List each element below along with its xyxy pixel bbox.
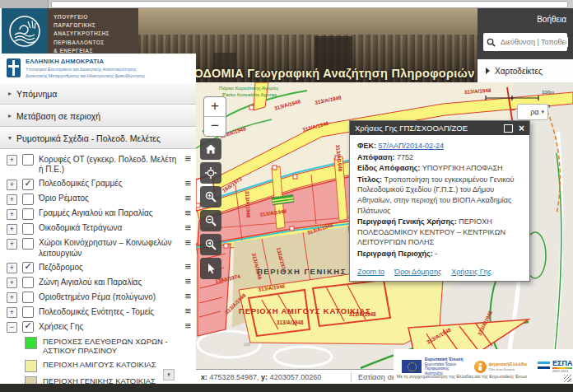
search-input[interactable] <box>499 37 568 47</box>
ministry-name: ΥΠΟΥΡΓΕΙΟ ΠΑΡΑΓΩΓΙΚΗΣ ΑΝΑΣΥΓΚΡΟΤΗΣΗΣ ΠΕΡ… <box>47 8 138 54</box>
zoom-control: + − <box>203 96 226 137</box>
expand-plus-icon[interactable] <box>7 307 17 318</box>
legend-swatch <box>25 337 37 349</box>
bottom-window-strip <box>0 384 573 392</box>
legend-label: ΠΕΡΙΟΧΕΣ ΕΛΕΥΘΕΡΩΝ ΧΩΡΩΝ - ΑΣΤΙΚΟΥ ΠΡΑΣΙ… <box>43 337 191 357</box>
layer-menu-icon[interactable] <box>179 194 191 203</box>
basemap-dropdown[interactable]: ρα <box>517 104 548 120</box>
layer-menu-icon[interactable] <box>179 306 191 316</box>
layer-checkbox[interactable] <box>22 238 34 250</box>
layer-menu-icon[interactable] <box>179 154 191 164</box>
building-terms-link[interactable]: Όροι Δόμησης <box>394 267 441 278</box>
expand-plus-icon[interactable] <box>7 263 17 273</box>
popup-close-icon[interactable] <box>519 124 524 133</box>
browser-tab[interactable] <box>0 0 49 8</box>
layer-row: Πολεοδομικές Γραμμές <box>0 177 196 192</box>
coordinates-readout: x: 475328.54987, y: 4203057.00260 <box>196 373 351 381</box>
expand-plus-icon[interactable] <box>7 239 17 250</box>
popup-title-bar[interactable]: Χρήσεις Γης ΓΠΣ/ΣΧΟΟΑΠ/ΖΟΕ <box>350 121 529 135</box>
chevron-down-icon <box>8 134 12 142</box>
layer-label: Πεζόδρομος <box>39 262 179 273</box>
zoom-in-button[interactable]: + <box>204 97 226 117</box>
layer-label: Χώροι Κοινόχρηστων – Κοινωφελών λειτουργ… <box>39 238 179 259</box>
layer-menu-icon[interactable] <box>179 262 191 272</box>
expand-plus-icon[interactable] <box>7 209 17 220</box>
search-box[interactable] <box>483 33 567 51</box>
digital-greece-label: ψηφιακήΕλλάδα <box>489 362 527 367</box>
layer-menu-icon[interactable] <box>179 292 191 301</box>
expand-plus-icon[interactable] <box>7 194 17 205</box>
layer-menu-icon[interactable] <box>179 277 191 287</box>
legend-swatch <box>25 376 37 384</box>
accordion-goto-area[interactable]: Μετάβαση σε περιοχή <box>0 105 196 127</box>
layer-row: Χώροι Κοινόχρηστων – Κοινωφελών λειτουργ… <box>0 236 196 261</box>
cofinancing-text: Με τη συγχρηματοδότηση της Ελλάδας και τ… <box>397 374 565 379</box>
zoom-in-tool-button[interactable] <box>200 186 221 208</box>
layer-menu-icon[interactable] <box>179 238 191 248</box>
header-right-panel: Βοήθεια Χαρτοδείκτες <box>478 8 573 82</box>
browser-address-bar[interactable] <box>51 1 568 8</box>
layer-checkbox[interactable] <box>22 194 34 205</box>
layer-label: Όριο Ρέματος <box>39 194 179 204</box>
layer-label: Γραμμές Αιγιαλού και Παραλίας <box>39 208 179 219</box>
layer-checkbox[interactable] <box>22 223 34 235</box>
layer-checkbox[interactable] <box>22 179 34 190</box>
layer-menu-icon[interactable] <box>179 223 191 233</box>
expand-plus-icon[interactable] <box>7 180 17 190</box>
espa-label: ΕΣΠΑ <box>552 360 572 367</box>
legend-swatch <box>25 360 37 372</box>
magnifier-plus-icon <box>205 191 217 203</box>
expand-plus-icon[interactable] <box>7 292 17 303</box>
locate-button[interactable] <box>200 162 221 184</box>
app-window: ΥΠΟΥΡΓΕΙΟ ΠΑΡΑΓΩΓΙΚΗΣ ΑΝΑΣΥΓΚΡΟΤΗΣΗΣ ΠΕΡ… <box>0 0 573 392</box>
layer-checkbox[interactable] <box>22 277 34 288</box>
layer-checkbox[interactable] <box>22 292 34 303</box>
popup-links: Zoom to Όροι Δόμησης Χρήσεις Γης <box>357 267 522 278</box>
bookmarks-row[interactable]: Χαρτοδείκτες <box>478 59 573 82</box>
resize-handle-icon[interactable] <box>564 375 571 382</box>
layer-menu-icon[interactable] <box>179 321 191 331</box>
park-label-latin: Parko Koreatikis Agoras <box>222 91 277 97</box>
home-extent-button[interactable] <box>200 138 221 160</box>
map-canvas[interactable]: 100m 300ft Πάρκο Κορεάτικης Αγοράς Parko… <box>196 82 573 369</box>
previous-extent-button[interactable] <box>200 234 221 255</box>
layer-menu-icon[interactable] <box>179 208 191 218</box>
gov-subtitle-1: Υπουργείο Εσωτερικών και Διοικητικής Ανα… <box>26 66 145 72</box>
ministry-emblem-icon <box>7 13 43 49</box>
accordion-plans[interactable]: Ρυμοτομικά Σχέδια - Πολεοδ. Μελέτες <box>0 127 196 149</box>
home-icon <box>205 143 217 155</box>
layer-checkbox[interactable] <box>22 208 34 220</box>
zoom-to-link[interactable]: Zoom to <box>357 267 384 278</box>
fek-label: ΦΕΚ: <box>357 142 376 150</box>
expand-plus-icon[interactable] <box>7 278 17 288</box>
help-link[interactable]: Βοήθεια <box>537 15 566 24</box>
decision-value: 7752 <box>397 153 413 161</box>
espa-years: 2007-2013 <box>552 367 572 373</box>
layer-menu-icon[interactable] <box>179 179 191 189</box>
collapse-minus-icon[interactable] <box>7 322 17 333</box>
scale-meters-label: 100m <box>542 90 554 95</box>
divider <box>351 372 352 382</box>
zoom-out-tool-button[interactable] <box>200 210 221 231</box>
accordion-legend[interactable]: Υπόμνημα <box>0 82 196 105</box>
scroll-down-arrow[interactable] <box>163 369 175 380</box>
layer-row: Πολεοδομικές Ενότητες - Τομείς <box>0 305 196 320</box>
popup-minimize-icon[interactable] <box>504 124 513 133</box>
expand-plus-icon[interactable] <box>7 224 17 235</box>
expand-plus-icon[interactable] <box>7 155 17 166</box>
fek-link[interactable]: 57/ΑΑΠ/2014-02-24 <box>378 142 444 150</box>
zoom-out-button[interactable]: − <box>204 117 226 136</box>
layer-checkbox[interactable] <box>22 262 34 273</box>
park-label-greek: Πάρκο Κορεάτικης Αγοράς <box>219 85 278 91</box>
layer-checkbox[interactable] <box>22 154 34 166</box>
land-uses-link[interactable]: Χρήσεις Γης <box>451 267 491 278</box>
layer-checkbox[interactable] <box>22 306 34 318</box>
layer-checkbox[interactable] <box>22 321 34 333</box>
title-label: Τίτλος: <box>357 175 382 184</box>
search-icon <box>487 38 496 47</box>
select-pointer-button[interactable] <box>200 258 221 279</box>
layer-label: Κορυφές ΟΤ (εγκεκρ. Πολεοδ. Μελέτη ή Π.Ε… <box>39 154 179 175</box>
ministry-logo <box>2 8 47 54</box>
area-description-label: Περιγραφή Περιοχής: <box>357 250 433 258</box>
digital-greece-icon <box>474 361 487 373</box>
